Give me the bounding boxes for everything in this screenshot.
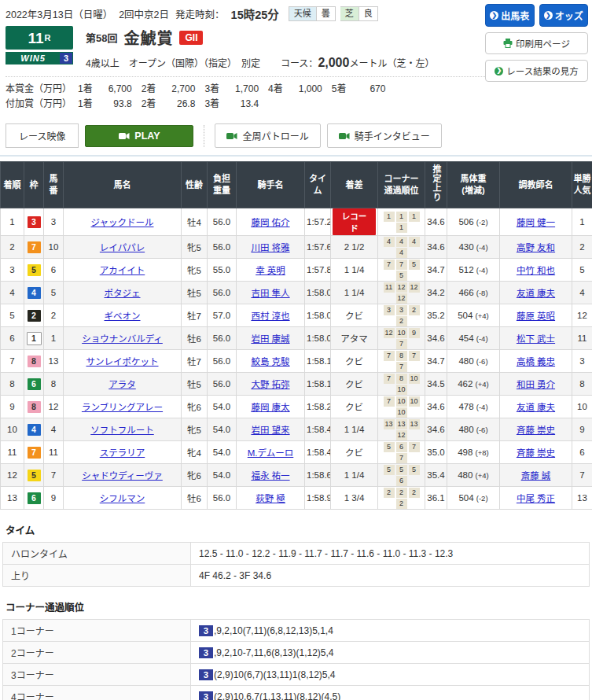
horse-name-link[interactable]: ポタジェ [105,289,141,298]
corner-row-value: 3,9,2,10(7,11)(6,8,12,13)5,1,4 [191,620,590,642]
horse-number: 4 [44,418,64,441]
frame-number-badge: 4 [28,287,41,299]
jockey-cell: 藤岡 康太 [237,396,305,418]
trainer-name-link[interactable]: 高橋 義忠 [517,357,555,367]
trainer-name-link[interactable]: 友道 康夫 [517,403,555,412]
trainer-name-link[interactable]: 斉藤 崇史 [517,426,555,435]
play-button[interactable]: PLAY [85,125,193,147]
prize-place-label: 3着 [204,82,219,97]
time-row: 上り4F 46.2 - 3F 34.6 [3,565,590,587]
corner-position: 7 [384,396,395,407]
corner-row-value: 3(2,9)10(6,7)(13,11)1(8,12)5,4 [191,664,590,686]
horse-name-link[interactable]: ジャックドール [91,218,154,227]
corner-row-label: 1コーナー [3,620,191,642]
play-label: PLAY [134,131,160,142]
horse-name-link[interactable]: ステラリア [100,448,145,458]
shutsubahyo-button[interactable]: ❯出馬表 [485,4,535,27]
jockey-name-link[interactable]: 鮫島 克駿 [251,357,289,367]
horse-name-link[interactable]: レイパパレ [100,243,145,252]
trainer-name-link[interactable]: 斉藤 崇史 [517,448,555,458]
corner-position: 10 [396,407,407,418]
results-column-header: 着順 [1,162,24,208]
win-popularity: 11 [572,327,592,350]
trainer-name-link[interactable]: 中尾 秀正 [517,494,555,503]
jockey-name-link[interactable]: 川田 将雅 [251,243,289,252]
jockey-name-link[interactable]: 荻野 極 [256,494,285,503]
last-3f-time: 34.7 [425,259,447,282]
results-column-header: 負担 重量 [208,162,237,208]
start-time-value: 15時25分 [231,6,279,22]
jockey-name-link[interactable]: M.デムーロ [248,448,294,458]
jockey-name-link[interactable]: 大野 拓弥 [251,380,289,389]
horse-name-link[interactable]: シャドウディーヴァ [82,471,163,481]
trainer-name-link[interactable]: 和田 勇介 [517,380,555,389]
trainer-name-link[interactable]: 斎藤 誠 [521,471,551,481]
corner-position: 7 [396,339,407,349]
result-row: 1369シフルマン牡656.0荻野 極1:58.91 3/4222236.150… [1,487,592,510]
corner-positions-cell: 7877 [378,350,425,373]
body-weight-diff: (-8) [476,289,488,297]
horse-name-link[interactable]: ギベオン [105,311,141,321]
body-weight-cell: 480 (+4) [447,464,500,487]
jockey-name-link[interactable]: 福永 祐一 [251,471,289,481]
odds-button[interactable]: ❯オッズ [539,4,589,27]
horse-number: 2 [44,304,64,327]
trainer-cell: 高野 友和 [500,236,572,259]
trainer-name-link[interactable]: 友道 康夫 [517,289,555,298]
trainer-name-link[interactable]: 高野 友和 [517,243,555,252]
trainer-name-link[interactable]: 藤岡 健一 [517,218,555,227]
prize-amount: 6,700 [94,82,132,97]
horse-name-cell: アラタ [64,373,182,396]
prize-item: 3着1,700 [204,82,265,97]
result-row: 611ショウナンバルディ牡656.0岩田 康誠1:58.0アタマ12109734… [1,327,592,350]
jockey-name-link[interactable]: 藤岡 康太 [251,403,289,412]
corner-position: 1 [409,212,420,222]
jockey-name-link[interactable]: 幸 英明 [256,266,285,275]
win-popularity: 7 [572,464,592,487]
video-camera-icon [226,132,237,140]
jockey-cell: 荻野 極 [237,487,305,510]
results-column-header: 単勝 人気 [572,162,592,208]
horse-name-link[interactable]: アラタ [108,380,136,389]
arrow-circle-icon: ❯ [544,11,553,20]
corner-position: 10 [396,396,407,407]
prize-place-label: 2着 [142,82,156,97]
body-weight-diff: (+8) [476,448,489,457]
trainer-name-link[interactable]: 松下 武士 [517,334,555,344]
body-weight-diff: (-6) [476,426,488,434]
print-page-label: 印刷用ページ [516,37,570,50]
last-3f-time: 34.6 [425,208,447,236]
horse-name-link[interactable]: アカイイト [100,266,145,275]
corner-position: 7 [409,442,420,452]
jockey-name-link[interactable]: 岩田 望来 [251,426,289,435]
prize-amount: 26.8 [157,97,195,112]
trainer-cell: 藤原 英昭 [500,304,572,327]
jockey-name-link[interactable]: 西村 淳也 [251,311,289,321]
finish-position: 9 [1,396,24,418]
corner-row: 4コーナー3(2,9)10,6,7(1,13,11)(8,12)(4,5) [3,686,590,700]
jockey-name-link[interactable]: 藤岡 佑介 [251,218,289,227]
jockey-name-link[interactable]: 岩田 康誠 [251,334,289,344]
finish-position: 13 [1,487,24,510]
horse-name-link[interactable]: ソフトフルート [90,426,154,435]
horse-name-link[interactable]: ショウナンバルディ [82,334,163,344]
horse-name-link[interactable]: ランブリングアレー [82,403,163,412]
horse-name-link[interactable]: シフルマン [100,494,145,503]
jockey-interview-button[interactable]: 騎手インタビュー [327,123,442,148]
how-to-read-button[interactable]: ❯レース結果の見方 [485,60,588,82]
video-camera-icon [339,132,350,140]
trainer-name-link[interactable]: 藤原 英昭 [517,311,555,321]
patrol-video-button[interactable]: 全周パトロール [215,123,320,148]
horse-name-link[interactable]: サンレイポケット [86,357,159,367]
result-row: 522ギベオン牡757.0西村 淳也1:58.0クビ332235.2504 (+… [1,304,592,327]
sex-age: 牝5 [182,236,208,259]
trainer-name-link[interactable]: 中竹 和也 [517,266,555,275]
win-popularity: 6 [572,441,592,464]
corner-position: 7 [384,260,395,270]
jockey-name-link[interactable]: 吉田 隼人 [251,289,289,298]
results-table: 着順枠馬 番馬名性齢負担 重量騎手名タイム着差コーナー 通過順位推定上り馬体重 … [0,161,592,510]
body-weight-cell: 478 (-4) [447,396,500,418]
win5-logo: WIN5 [6,53,60,64]
horse-number: 6 [44,259,64,282]
print-page-button[interactable]: 印刷用ページ [485,32,588,54]
